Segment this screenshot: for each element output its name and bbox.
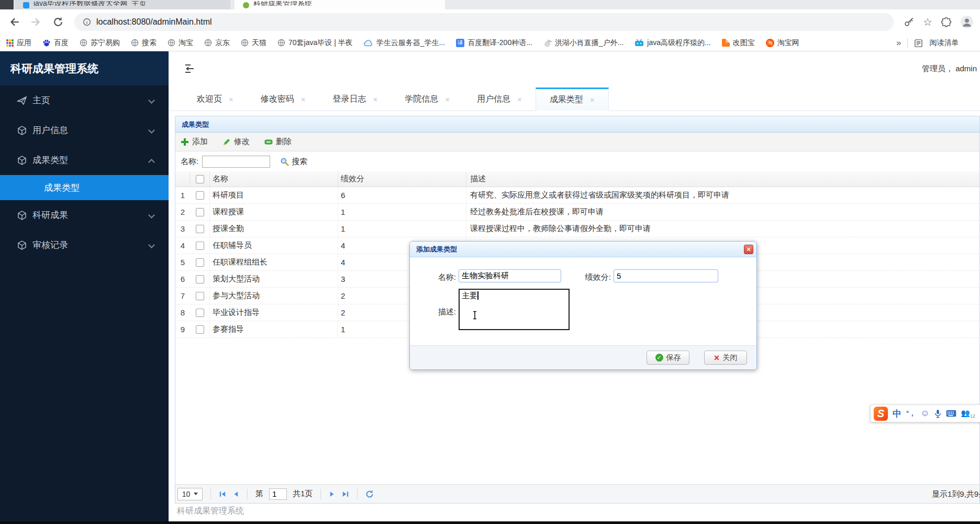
prev-page-button[interactable] <box>232 490 239 498</box>
url-bar[interactable]: localhost:8080/adminMain.html <box>74 13 894 31</box>
sidebar-subitem-result-type-active[interactable]: 成果类型 <box>0 175 169 200</box>
table-row[interactable]: 2课程授课1经过教务处批准后在校授课，即可申请 <box>175 204 979 221</box>
close-button[interactable]: × 关闭 <box>704 351 747 365</box>
sidebar-item-research-results[interactable]: 科研成果 <box>0 200 169 230</box>
info-icon[interactable] <box>83 18 91 26</box>
tab-close-icon[interactable]: × <box>373 95 378 104</box>
tab-close-icon[interactable]: × <box>445 95 450 104</box>
tab-college-info[interactable]: 学院信息 × <box>391 88 463 111</box>
bookmark-label: 淘宝 <box>179 38 193 48</box>
reload-button[interactable] <box>50 14 66 30</box>
save-button[interactable]: ✓ 保存 <box>647 351 689 365</box>
dialog-close-icon[interactable]: × <box>744 245 753 254</box>
divider <box>320 489 321 499</box>
header-desc[interactable]: 描述 <box>466 171 979 187</box>
keyboard-icon[interactable] <box>946 410 956 417</box>
sidebar-item-audit-log[interactable]: 审核记录 <box>0 230 169 260</box>
score-field[interactable] <box>614 269 718 282</box>
search-input[interactable] <box>202 156 270 168</box>
search-button-label: 搜索 <box>292 157 307 167</box>
toolbox-icon[interactable]: 👥12 <box>961 409 975 419</box>
bookmarks-overflow-chevron[interactable]: » <box>896 38 901 48</box>
table-row[interactable]: 3授课全勤1课程授课过程中，教师除公事请假外全勤，即可申请 <box>175 221 979 237</box>
profile-avatar[interactable] <box>960 15 974 29</box>
row-checkbox[interactable] <box>190 204 210 220</box>
bookmark-item[interactable]: 译 百度翻译-200种语... <box>456 38 532 48</box>
page-number-input[interactable] <box>269 488 287 500</box>
chevron-up-icon <box>148 159 155 166</box>
bookmark-item[interactable]: 学生云服务器_学生... <box>364 38 445 48</box>
next-page-button[interactable] <box>329 490 336 498</box>
desc-textarea[interactable]: 主要 <box>459 289 570 330</box>
tab-login-log[interactable]: 登录日志 × <box>319 88 392 111</box>
sidebar-collapse-icon[interactable] <box>182 63 196 74</box>
bookmark-item[interactable]: 京东 <box>204 38 230 48</box>
row-checkbox[interactable] <box>190 187 210 203</box>
tab-close-icon[interactable]: × <box>229 95 233 104</box>
sidebar-item-user-info[interactable]: 用户信息 <box>0 115 169 145</box>
score-field-label: 绩效分: <box>574 272 611 282</box>
edit-button[interactable]: 修改 <box>222 137 250 147</box>
row-checkbox[interactable] <box>190 237 210 254</box>
bookmark-item[interactable]: 淘宝 <box>168 38 193 48</box>
pagination-bar: 10 第 共1页 显示1到9,共9条记录 <box>175 484 979 503</box>
page-size-select[interactable]: 10 <box>177 488 203 500</box>
tab-close-icon[interactable]: × <box>590 95 595 104</box>
forward-button[interactable] <box>28 14 44 30</box>
bookmark-item[interactable]: 搜索 <box>131 38 157 48</box>
ime-punctuation-toggle[interactable]: °， <box>906 409 916 418</box>
tab-change-password[interactable]: 修改密码 × <box>247 88 319 111</box>
row-checkbox[interactable] <box>190 288 210 304</box>
name-field[interactable] <box>459 269 561 282</box>
first-page-button[interactable] <box>219 490 227 498</box>
bookmark-item[interactable]: 70套java毕设 | 半夜 <box>277 38 353 48</box>
refresh-button[interactable] <box>365 490 374 498</box>
bookmark-item[interactable]: 改图宝 <box>722 38 755 48</box>
browser-tab[interactable]: 科研成果管理系统 <box>235 0 445 9</box>
reading-list-label[interactable]: 阅读清单 <box>929 38 959 48</box>
tab-close-icon[interactable]: × <box>517 95 522 104</box>
bookmark-star-icon[interactable]: ☆ <box>923 17 932 27</box>
emoji-icon[interactable]: ☺ <box>920 408 929 419</box>
bookmark-item[interactable]: 天猫 <box>241 38 266 48</box>
search-button[interactable]: 搜索 <box>280 157 307 167</box>
sidebar-item-label: 成果类型 <box>32 154 68 166</box>
row-checkbox[interactable] <box>190 304 210 321</box>
tab-close-icon[interactable]: × <box>301 95 306 104</box>
tab-result-type-active[interactable]: 成果类型 × <box>536 88 609 111</box>
add-button[interactable]: 添加 <box>181 137 208 147</box>
password-key-icon[interactable] <box>903 16 915 28</box>
delete-button[interactable]: 删除 <box>264 137 292 147</box>
bookmark-item[interactable]: java高级程序猿的... <box>634 38 710 48</box>
sidebar-item-result-type[interactable]: 成果类型 <box>0 145 169 175</box>
bookmark-item[interactable]: 洪湖小肖直播_户外... <box>543 38 623 48</box>
back-button[interactable] <box>6 14 22 30</box>
header-score[interactable]: 绩效分 <box>338 171 466 187</box>
microphone-icon[interactable] <box>934 409 941 418</box>
sogou-logo[interactable]: S <box>874 407 888 421</box>
browser-tab[interactable]: java毕设程序数据修改大全网_主页 <box>15 0 230 9</box>
tab-welcome[interactable]: 欢迎页 × <box>183 88 247 111</box>
row-checkbox[interactable] <box>190 254 210 270</box>
desc-field-label: 描述: <box>419 307 456 317</box>
row-number: 7 <box>175 288 190 304</box>
row-checkbox[interactable] <box>190 271 210 287</box>
ime-language-toggle[interactable]: 中 <box>893 408 901 420</box>
header-checkbox[interactable] <box>190 171 210 187</box>
name-field-label: 名称: <box>419 272 456 282</box>
globe-icon <box>80 39 87 47</box>
row-checkbox[interactable] <box>190 321 210 337</box>
tab-user-info[interactable]: 用户信息 × <box>463 88 536 111</box>
footer-text: 科研成果管理系统 <box>177 503 244 519</box>
table-row[interactable]: 1科研项目6有研究、实际应用意义或者获得过省级或国家级奖项的科研项目，即可申请 <box>175 187 979 204</box>
bookmark-item[interactable]: 淘 淘宝网 <box>766 38 799 48</box>
extensions-puzzle-icon[interactable] <box>941 17 952 28</box>
bookmark-item[interactable]: 苏宁易购 <box>80 38 120 48</box>
last-page-button[interactable] <box>341 490 349 498</box>
header-name[interactable]: 名称 <box>210 171 338 187</box>
bookmark-item[interactable]: 百度 <box>42 38 69 48</box>
reading-list-icon[interactable] <box>914 39 923 48</box>
sidebar-item-home[interactable]: 主页 <box>0 85 169 115</box>
row-checkbox[interactable] <box>190 221 210 237</box>
bookmark-item[interactable]: 应用 <box>6 38 31 48</box>
